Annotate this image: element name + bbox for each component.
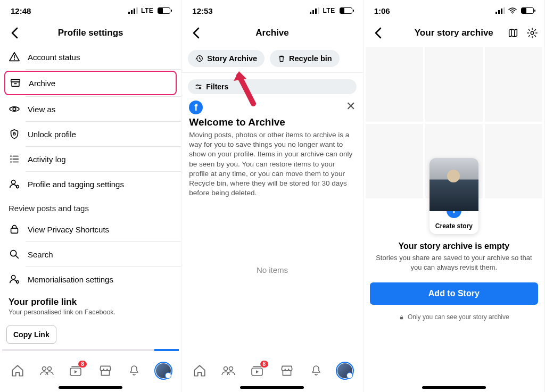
create-story-card[interactable]: + Create story (430, 158, 478, 234)
no-items-text: No items (181, 265, 362, 274)
svg-point-5 (13, 107, 16, 111)
status-indicators (496, 7, 534, 14)
trash-icon (277, 54, 286, 63)
friends-icon (39, 364, 55, 378)
tab-menu[interactable] (152, 363, 175, 378)
section-review: Review posts and tags (0, 196, 181, 217)
status-time: 12:48 (11, 6, 31, 15)
grid-cell (485, 47, 542, 122)
chip-label: Story Archive (207, 54, 257, 63)
svg-point-30 (512, 13, 513, 14)
tab-friends[interactable] (217, 364, 240, 378)
status-time: 12:53 (192, 6, 212, 15)
svg-rect-32 (400, 317, 403, 319)
svg-line-17 (16, 256, 19, 258)
tab-watch[interactable]: 8 (246, 364, 269, 378)
filters-button[interactable]: Filters (188, 79, 356, 94)
copy-link-button[interactable]: Copy Link (6, 326, 56, 344)
back-button[interactable] (6, 25, 22, 41)
tab-watch[interactable]: 8 (64, 364, 88, 378)
row-view-as[interactable]: View as (0, 97, 181, 121)
tab-notifications[interactable] (304, 364, 328, 378)
avatar-icon (337, 363, 352, 378)
store-icon (98, 364, 112, 378)
tab-marketplace[interactable] (275, 364, 299, 378)
chip-recycle-bin[interactable]: Recycle bin (270, 50, 340, 67)
facebook-logo-icon: f (189, 101, 203, 114)
add-to-story-button[interactable]: Add to Story (370, 282, 538, 305)
network-label: LTE (323, 7, 335, 14)
chip-label: Recycle bin (289, 54, 332, 63)
battery-icon (521, 7, 534, 14)
row-profile-tagging[interactable]: Profile and tagging settings (0, 172, 181, 196)
friends-icon (220, 364, 236, 378)
svg-point-27 (224, 367, 228, 371)
svg-point-13 (12, 180, 15, 184)
close-button[interactable]: ✕ (346, 99, 356, 113)
nav-header: Archive (181, 21, 362, 45)
row-archive[interactable]: Archive (4, 71, 177, 95)
archive-icon (10, 77, 21, 89)
map-icon (507, 27, 519, 39)
row-label: Archive (29, 79, 55, 88)
eye-icon (9, 103, 20, 115)
tab-home[interactable] (188, 364, 211, 378)
back-button[interactable] (370, 25, 386, 41)
welcome-title: Welcome to Archive (189, 116, 355, 128)
row-memorialisation[interactable]: Memorialisation settings (0, 267, 181, 291)
tab-menu[interactable] (333, 363, 357, 378)
bell-icon (310, 364, 323, 378)
create-story-thumbnail (430, 158, 478, 211)
svg-point-31 (531, 31, 534, 35)
store-icon (280, 364, 294, 378)
grid-cell (366, 124, 423, 199)
svg-point-9 (10, 161, 11, 162)
wifi-icon (508, 7, 517, 14)
empty-body: Stories you share are saved to your arch… (375, 253, 533, 272)
svg-point-1 (14, 59, 15, 60)
row-unlock-profile[interactable]: Unlock profile (0, 122, 181, 146)
lock-icon (9, 223, 20, 235)
svg-rect-15 (11, 228, 18, 233)
network-label: LTE (141, 7, 153, 14)
tab-notifications[interactable] (122, 364, 146, 378)
archive-tabs: Story Archive Recycle bin (181, 45, 362, 73)
empty-title: Your story archive is empty (375, 241, 533, 251)
screen-profile-settings: 12:48 LTE Profile settings Account statu… (0, 0, 181, 392)
status-time: 1:06 (374, 6, 390, 15)
nav-header: Your story archive (364, 21, 544, 45)
back-button[interactable] (188, 25, 204, 41)
svg-point-8 (10, 159, 11, 160)
status-indicators: LTE (128, 7, 170, 14)
row-search[interactable]: Search (0, 242, 181, 266)
create-story-label: Create story (430, 222, 478, 234)
privacy-text: Only you can see your story archive (408, 313, 509, 321)
status-indicators: LTE (310, 7, 352, 14)
status-bar: 12:48 LTE (0, 0, 181, 21)
avatar-icon (156, 363, 171, 378)
settings-list: Account status Archive View as Unlock pr… (0, 45, 181, 354)
row-privacy-shortcuts[interactable]: View Privacy Shortcuts (0, 217, 181, 241)
gear-icon (526, 27, 538, 39)
grid-cell (366, 47, 423, 122)
signal-icon (310, 7, 319, 14)
tab-home[interactable] (6, 364, 29, 378)
svg-point-28 (229, 367, 233, 371)
status-bar: 1:06 (364, 0, 544, 21)
home-indicator (59, 386, 122, 389)
bottom-tab-bar: 8 (181, 354, 362, 385)
page-title: Archive (181, 28, 362, 38)
tab-friends[interactable] (35, 364, 59, 378)
svg-point-16 (11, 251, 16, 256)
tab-marketplace[interactable] (94, 364, 117, 378)
welcome-card: ✕ f Welcome to Archive Moving posts, pho… (181, 101, 362, 202)
welcome-body: Moving posts, photos or other items to a… (189, 130, 355, 198)
user-gear-icon (9, 273, 20, 285)
row-account-status[interactable]: Account status (0, 45, 181, 69)
map-button[interactable] (507, 27, 519, 39)
chip-story-archive[interactable]: Story Archive (188, 50, 265, 67)
row-label: Unlock profile (28, 130, 76, 139)
settings-button[interactable] (526, 27, 538, 39)
row-activity-log[interactable]: Activity log (0, 147, 181, 171)
filters-label: Filters (206, 82, 228, 91)
